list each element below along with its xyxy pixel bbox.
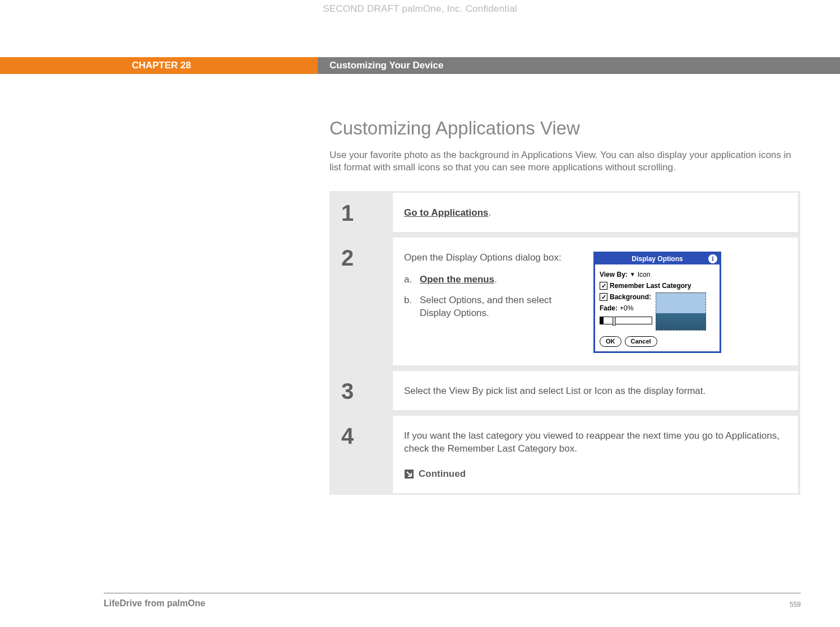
step-body: If you want the last category you viewed… (393, 416, 798, 493)
section-intro: Use your favorite photo as the backgroun… (329, 149, 800, 174)
remember-last-category-label: Remember Last Category (610, 281, 691, 290)
section-title: Customizing Applications View (329, 118, 800, 139)
chapter-label: CHAPTER 28 (0, 57, 318, 74)
footer-page-number: 559 (790, 601, 801, 609)
step-lead: Open the Display Options dialog box: (404, 252, 583, 264)
page-footer: LifeDrive from palmOne 559 (104, 598, 801, 609)
step-number: 4 (331, 416, 393, 493)
open-the-menus-link[interactable]: Open the menus (420, 274, 494, 285)
substep-text: Select Options, and then select Display … (420, 294, 583, 320)
fade-label: Fade: (600, 304, 618, 313)
step-text: Select the View By pick list and select … (404, 385, 783, 398)
step-body: Select the View By pick list and select … (393, 371, 798, 410)
cancel-button[interactable]: Cancel (625, 336, 657, 347)
background-checkbox[interactable]: ✓ (600, 293, 607, 301)
fade-slider-knob[interactable] (612, 317, 616, 326)
dropdown-arrow-icon[interactable]: ▼ (630, 271, 635, 278)
step-body: Open the Display Options dialog box: a. … (393, 238, 798, 365)
info-icon[interactable]: i (708, 254, 717, 263)
continued-arrow-icon (404, 469, 414, 479)
step-number: 1 (331, 193, 393, 232)
step-number: 2 (331, 238, 393, 365)
steps-container: 1 Go to Applications. 2 Open the Display… (329, 191, 800, 495)
remember-last-category-checkbox[interactable]: ✓ (600, 282, 607, 290)
substep-trail: . (494, 274, 497, 285)
ok-button[interactable]: OK (600, 336, 621, 347)
chapter-title: Customizing Your Device (318, 57, 840, 74)
step-row: 1 Go to Applications. (331, 193, 798, 232)
go-to-applications-link[interactable]: Go to Applications (404, 207, 488, 218)
substep: b. Select Options, and then select Displ… (404, 294, 583, 320)
continued-label: Continued (419, 468, 466, 481)
fade-value: +0% (620, 304, 633, 313)
display-options-dialog: Display Options i View By: ▼ Icon ✓ (593, 252, 721, 353)
dialog-title-text: Display Options (632, 254, 683, 263)
view-by-picklist[interactable]: Icon (638, 270, 651, 279)
dialog-titlebar: Display Options i (595, 253, 720, 264)
background-label: Background: (610, 292, 651, 301)
footer-product: LifeDrive from palmOne (104, 598, 205, 609)
footer-rule (104, 593, 801, 593)
view-by-label: View By: (600, 270, 628, 279)
chapter-banner: CHAPTER 28 Customizing Your Device (0, 57, 840, 74)
remember-last-category-row: ✓ Remember Last Category (600, 281, 715, 290)
view-by-row: View By: ▼ Icon (600, 270, 715, 279)
confidential-watermark: SECOND DRAFT palmOne, Inc. Confidential (0, 3, 840, 15)
substep: a. Open the menus. (404, 273, 583, 286)
step-body: Go to Applications. (393, 193, 798, 232)
step-row: 2 Open the Display Options dialog box: a… (331, 238, 798, 365)
fade-slider[interactable] (600, 317, 652, 324)
background-thumbnail[interactable] (656, 292, 706, 331)
continued-indicator: Continued (404, 468, 783, 481)
step-text: . (488, 207, 491, 218)
step-row: 3 Select the View By pick list and selec… (331, 371, 798, 410)
substep-letter: a. (404, 273, 414, 286)
substep-letter: b. (404, 294, 414, 320)
step-number: 3 (331, 371, 393, 410)
step-text: If you want the last category you viewed… (404, 430, 783, 456)
step-row: 4 If you want the last category you view… (331, 416, 798, 493)
